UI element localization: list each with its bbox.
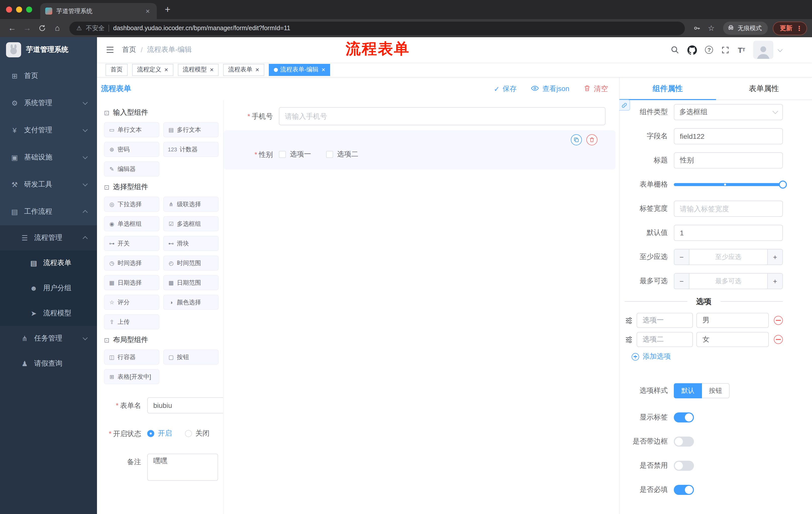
sidebar-item-process-management[interactable]: ☰ 流程管理 [0,225,97,250]
minimize-window-button[interactable] [16,6,22,12]
copy-widget-button[interactable] [571,134,582,145]
component-item-radio-group[interactable]: ◉单选框组 [104,216,159,231]
close-window-button[interactable] [6,6,12,12]
status-radio-on[interactable]: 开启 [147,429,172,438]
form-canvas[interactable]: *手机号 [224,100,619,514]
tag-process-model[interactable]: 流程模型 × [178,64,219,76]
avatar-caret-icon[interactable] [778,47,783,52]
component-item-select[interactable]: ◎下拉选择 [104,197,159,212]
sidebar-item-system-management[interactable]: ⚙ 系统管理 [0,89,97,117]
component-item-button[interactable]: ▢按钮 [163,350,219,364]
form-name-field[interactable] [147,397,224,413]
option-drag-handle-icon[interactable] [625,316,633,325]
gender-field-row-selected[interactable]: *性别 选项一 选项二 [224,130,615,169]
stepper-decrease-button[interactable]: − [674,274,689,289]
hamburger-icon[interactable] [97,45,122,54]
tab-close-icon[interactable]: × [144,7,152,15]
sidebar-item-home[interactable]: ⊞ 首页 [0,62,97,89]
browser-tab[interactable]: 芋道管理系统 × [40,3,157,19]
component-type-select[interactable]: 多选框组 [674,104,783,120]
address-bar[interactable]: ⚠ 不安全 dashboard.yudao.iocoder.cn/bpm/man… [69,21,685,35]
option-label-input[interactable] [637,332,693,347]
component-item-checkbox-group[interactable]: ☑多选框组 [163,216,219,231]
view-json-button[interactable]: 查看json [531,84,569,94]
github-icon[interactable] [688,45,697,55]
sidebar-item-process-form[interactable]: ▤ 流程表单 [0,250,97,276]
component-item-password[interactable]: ⊛密码 [104,142,159,157]
help-icon[interactable]: ? [705,46,713,54]
component-item-switch[interactable]: ⊶开关 [104,236,159,251]
sidebar-item-task-management[interactable]: ⋔ 任务管理 [0,326,97,351]
forward-button[interactable]: → [20,21,34,35]
border-switch[interactable] [674,437,694,447]
tag-close-icon[interactable]: × [210,66,213,74]
fullscreen-icon[interactable] [721,46,730,54]
label-width-input[interactable] [674,201,783,217]
clear-button[interactable]: 清空 [583,84,608,93]
stepper-decrease-button[interactable]: − [674,249,689,265]
new-tab-button[interactable]: + [165,4,170,15]
zoom-window-button[interactable] [26,6,32,12]
phone-field-row[interactable]: *手机号 [224,107,615,125]
option-value-input[interactable] [696,313,769,328]
tag-close-icon[interactable]: × [322,66,325,74]
option-style-default-button[interactable]: 默认 [674,383,702,398]
update-button[interactable]: 更新 ⋮ [773,21,807,35]
disabled-switch[interactable] [674,461,694,471]
tab-component-props[interactable]: 组件属性 [619,77,716,100]
remark-textarea[interactable]: 嘿嘿 [147,454,218,481]
sidebar-item-leave-query[interactable]: ♟ 请假查询 [0,351,97,376]
sidebar-item-devtools[interactable]: ⚒ 研发工具 [0,171,97,198]
search-icon[interactable] [671,45,679,54]
option-value-input[interactable] [696,332,769,347]
save-button[interactable]: ✓ 保存 [494,84,517,93]
sidebar-item-process-model[interactable]: ➤ 流程模型 [0,301,97,326]
component-item-time-range[interactable]: ◴时间范围 [163,255,219,271]
component-item-row-container[interactable]: ◫行容器 [104,350,159,364]
security-label[interactable]: 不安全 [86,24,105,32]
field-name-input[interactable] [674,128,783,144]
default-value-input[interactable] [674,225,783,241]
stepper-increase-button[interactable]: + [767,274,782,289]
component-item-cascader[interactable]: ⋔级联选择 [163,197,219,212]
max-select-value[interactable]: 最多可选 [689,274,767,289]
sidebar-item-payment-management[interactable]: ¥ 支付管理 [0,117,97,144]
delete-widget-button[interactable] [586,134,598,145]
status-radio-off[interactable]: 关闭 [185,429,209,438]
gender-option-2-checkbox[interactable]: 选项二 [326,150,358,159]
avatar[interactable] [753,41,773,59]
gender-option-1-checkbox[interactable]: 选项一 [279,150,311,159]
component-item-date-picker[interactable]: ▦日期选择 [104,275,159,290]
grid-slider[interactable] [674,177,783,193]
option-remove-button[interactable] [774,316,783,325]
back-button[interactable]: ← [5,21,19,35]
stepper-increase-button[interactable]: + [767,249,782,265]
link-badge[interactable] [619,100,630,111]
bookmark-star-icon[interactable]: ☆ [704,24,718,33]
component-item-multi-line-text[interactable]: ▤多行文本 [163,122,219,137]
component-item-date-range[interactable]: ▩日期范围 [163,275,219,290]
component-item-single-line-text[interactable]: ▭单行文本 [104,122,159,137]
slider-handle[interactable] [779,181,787,189]
tag-home[interactable]: 首页 [106,64,127,76]
option-label-input[interactable] [637,313,693,328]
slider-track[interactable] [674,183,783,186]
min-select-value[interactable]: 至少应选 [689,249,767,265]
tab-form-props[interactable]: 表单属性 [716,77,812,100]
sidebar-item-workflow[interactable]: ▤ 工作流程 [0,198,97,225]
font-size-icon[interactable]: TT [738,46,745,54]
tag-process-form[interactable]: 流程表单 × [223,64,264,76]
tag-close-icon[interactable]: × [164,66,168,74]
component-item-time-picker[interactable]: ◷时间选择 [104,255,159,271]
component-item-table[interactable]: ⊞表格[开发中] [104,369,159,384]
sidebar-item-infrastructure[interactable]: ▣ 基础设施 [0,144,97,171]
sidebar-item-user-group[interactable]: ☻ 用户分组 [0,276,97,301]
component-item-editor[interactable]: ✎编辑器 [104,161,159,177]
key-icon[interactable] [690,24,703,32]
tag-process-definition[interactable]: 流程定义 × [132,64,173,76]
title-input[interactable] [674,153,783,168]
option-drag-handle-icon[interactable] [625,335,633,344]
component-item-upload[interactable]: ⇪上传 [104,314,159,329]
option-style-button-button[interactable]: 按钮 [702,383,730,398]
phone-input[interactable] [279,107,606,125]
